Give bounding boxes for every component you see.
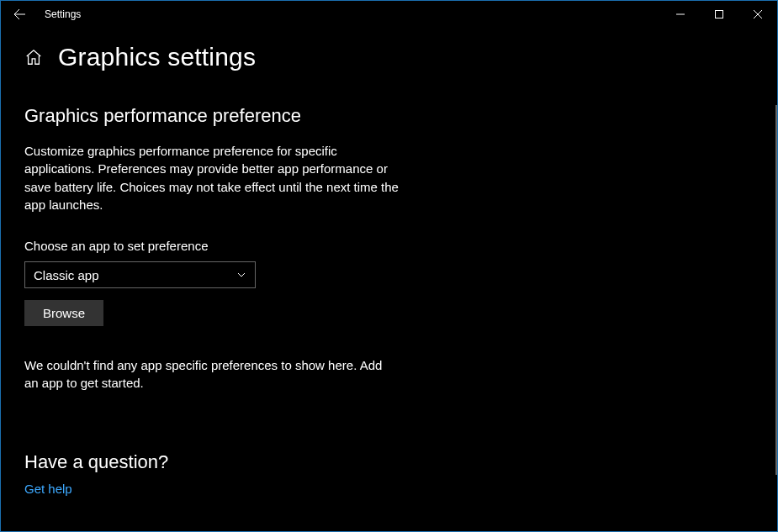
- app-title: Settings: [38, 8, 81, 20]
- back-arrow-icon: [13, 8, 26, 21]
- section-heading-feedback: Make Windows better: [24, 529, 750, 531]
- section-heading-performance: Graphics performance preference: [24, 105, 750, 127]
- get-help-link[interactable]: Get help: [24, 482, 72, 496]
- section-heading-help: Have a question?: [24, 451, 750, 473]
- scrollbar-thumb[interactable]: [775, 105, 777, 475]
- performance-description: Customize graphics performance preferenc…: [24, 142, 399, 213]
- back-button[interactable]: [1, 1, 38, 28]
- svg-rect-1: [716, 11, 723, 18]
- home-icon[interactable]: [24, 48, 43, 66]
- minimize-icon: [676, 10, 685, 18]
- maximize-button[interactable]: [700, 1, 738, 28]
- close-icon: [754, 10, 762, 18]
- chevron-down-icon: [236, 270, 246, 280]
- page-header: Graphics settings: [24, 43, 750, 71]
- empty-state-message: We couldn't find any app specific prefer…: [24, 356, 399, 392]
- titlebar: Settings: [1, 1, 777, 28]
- browse-button[interactable]: Browse: [24, 300, 103, 326]
- choose-app-label: Choose an app to set preference: [24, 239, 750, 253]
- titlebar-left: Settings: [1, 1, 81, 28]
- app-type-select-value: Classic app: [34, 268, 99, 282]
- page-title: Graphics settings: [58, 43, 256, 71]
- scrollbar[interactable]: [774, 28, 777, 531]
- app-type-select[interactable]: Classic app: [24, 261, 256, 288]
- minimize-button[interactable]: [661, 1, 700, 28]
- maximize-icon: [715, 10, 723, 18]
- window-controls: [661, 1, 777, 28]
- content: Graphics settings Graphics performance p…: [1, 28, 774, 531]
- close-button[interactable]: [738, 1, 777, 28]
